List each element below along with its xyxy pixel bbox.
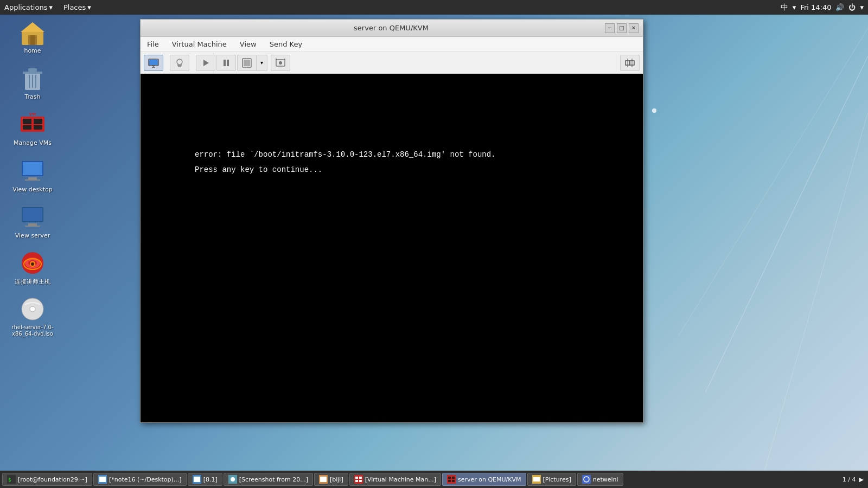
desktop-decoration <box>678 0 868 488</box>
vm-minimize-button[interactable]: ─ <box>605 23 615 33</box>
svg-rect-22 <box>28 223 37 226</box>
taskbar-item-screenshot[interactable]: [Screenshot from 20...] <box>224 473 313 486</box>
taskbar-item-8-1[interactable]: [8.1] <box>188 473 222 486</box>
svg-rect-80 <box>533 477 540 481</box>
virt-manager-icon <box>354 475 363 484</box>
svg-text:VM: VM <box>29 112 36 117</box>
taskbar-item-pictures[interactable]: [Pictures] <box>527 473 576 486</box>
vm-window: server on QEMU/KVM ─ □ ✕ File Virtual Ma… <box>140 19 643 423</box>
svg-rect-74 <box>447 475 456 484</box>
trash-icon <box>20 65 46 91</box>
desktop-icon-view-server[interactable]: View server <box>11 204 54 239</box>
vm-menubar: File Virtual Machine View Send Key <box>141 37 643 52</box>
vm-toolbar-fullscreen-group: ▾ <box>237 55 267 71</box>
manage-vms-icon: VM <box>20 111 46 137</box>
vm-menu-file[interactable]: File <box>143 39 163 49</box>
taskbar-note16-label: [*note16 (~/Desktop)...] <box>109 476 182 483</box>
svg-rect-18 <box>28 177 37 179</box>
desktop-icon-connect-teacher[interactable]: 连接讲师主机 <box>11 250 54 285</box>
vm-toolbar-resize-button[interactable] <box>620 55 640 71</box>
desktop-icon-trash[interactable]: Trash <box>11 65 54 100</box>
taskbar-terminal-label: [root@foundation29:~] <box>18 476 87 483</box>
desktop-icon-rhel-iso[interactable]: rhel-server-7.0-x86_64-dvd.iso <box>11 296 54 337</box>
vm-menu-view[interactable]: View <box>235 39 261 49</box>
view-desktop-icon <box>20 158 46 184</box>
vm-prompt-line: Press any key to continue... <box>195 165 496 176</box>
svg-rect-39 <box>149 60 158 65</box>
pictures-icon <box>532 475 541 484</box>
taskbar-right: 1 / 4 ▶ <box>843 476 866 483</box>
ime-dropdown-icon: ▾ <box>793 3 796 11</box>
taskbar-item-biji[interactable]: [biji] <box>314 473 348 486</box>
svg-rect-68 <box>320 477 327 482</box>
vm-close-button[interactable]: ✕ <box>629 23 639 33</box>
vm-toolbar-fullscreen-button[interactable] <box>237 55 257 71</box>
bottom-taskbar: $ [root@foundation29:~] [*note16 (~/Desk… <box>0 471 868 488</box>
svg-rect-47 <box>224 60 226 66</box>
taskbar-server-kvm-label: server on QEMU/KVM <box>458 476 521 483</box>
vm-toolbar-screenshot-button[interactable] <box>271 55 290 71</box>
svg-rect-19 <box>25 179 40 181</box>
taskbar-netweini-label: netweini <box>593 476 618 483</box>
svg-rect-69 <box>354 475 363 484</box>
svg-rect-70 <box>355 477 358 479</box>
taskbar-virt-manager-label: [Virtual Machine Man...] <box>365 476 436 483</box>
vm-toolbar-bulb-button[interactable] <box>170 55 189 71</box>
svg-rect-17 <box>23 162 42 175</box>
taskbar-pictures-label: [Pictures] <box>543 476 571 483</box>
svg-rect-77 <box>448 480 451 482</box>
vm-menu-virtual-machine[interactable]: Virtual Machine <box>168 39 231 49</box>
svg-rect-64 <box>194 477 200 482</box>
desktop-icon-manage-vms[interactable]: VM Manage VMs <box>11 111 54 146</box>
svg-rect-75 <box>448 477 451 479</box>
home-icon-label: home <box>24 47 41 54</box>
8-1-icon <box>193 475 201 484</box>
svg-rect-3 <box>30 35 35 45</box>
svg-rect-14 <box>34 125 42 130</box>
svg-point-66 <box>231 477 235 481</box>
svg-rect-52 <box>276 59 277 60</box>
svg-point-30 <box>31 262 34 266</box>
vm-menu-send-key[interactable]: Send Key <box>265 39 307 49</box>
places-label: Places <box>63 3 86 11</box>
note16-icon <box>98 475 107 484</box>
places-chevron-icon: ▾ <box>87 3 91 11</box>
desktop-icon-home[interactable]: home <box>11 19 54 54</box>
vm-toolbar-pause-button[interactable] <box>216 55 236 71</box>
svg-rect-12 <box>34 119 42 124</box>
power-icon[interactable]: ⏻ <box>848 3 856 11</box>
page-arrow-icon[interactable]: ▶ <box>859 476 864 483</box>
view-server-icon <box>20 204 46 230</box>
desktop-icon-view-desktop[interactable]: View desktop <box>11 158 54 193</box>
vm-toolbar-monitor-button[interactable] <box>144 55 163 71</box>
applications-menu[interactable]: Applications ▾ <box>0 2 57 12</box>
svg-point-43 <box>177 59 182 65</box>
taskbar-item-server-kvm[interactable]: server on QEMU/KVM <box>442 473 526 486</box>
vm-screen-content: error: file `/boot/initramfs-3.10.0-123.… <box>195 150 496 175</box>
vm-titlebar: server on QEMU/KVM ─ □ ✕ <box>141 20 643 37</box>
vm-toolbar: ▾ <box>141 52 643 74</box>
svg-rect-78 <box>452 480 455 482</box>
view-server-icon-label: View server <box>15 232 50 239</box>
vm-screen[interactable]: error: file `/boot/initramfs-3.10.0-123.… <box>141 74 643 422</box>
power-dropdown-icon: ▾ <box>860 3 864 11</box>
taskbar-item-note16[interactable]: [*note16 (~/Desktop)...] <box>93 473 187 486</box>
vm-toolbar-fullscreen-dropdown[interactable]: ▾ <box>257 55 267 71</box>
svg-rect-48 <box>227 60 229 66</box>
places-menu[interactable]: Places ▾ <box>59 2 95 12</box>
taskbar-item-terminal[interactable]: $ [root@foundation29:~] <box>2 473 92 486</box>
vm-maximize-button[interactable]: □ <box>617 23 627 33</box>
svg-rect-62 <box>99 477 106 482</box>
rhel-iso-icon <box>20 296 46 322</box>
svg-line-35 <box>705 56 868 393</box>
svg-rect-5 <box>23 72 42 74</box>
taskbar-item-virt-manager[interactable]: [Virtual Machine Man...] <box>349 473 441 486</box>
desktop-icons-area: home Trash <box>11 19 54 337</box>
vm-toolbar-play-button[interactable] <box>196 55 215 71</box>
svg-rect-23 <box>25 226 40 227</box>
view-desktop-icon-label: View desktop <box>12 186 52 193</box>
volume-icon[interactable]: 🔊 <box>835 3 844 11</box>
connect-teacher-icon <box>20 250 46 276</box>
ime-indicator[interactable]: 中 <box>781 3 788 12</box>
taskbar-item-netweini[interactable]: netweini <box>577 473 623 486</box>
